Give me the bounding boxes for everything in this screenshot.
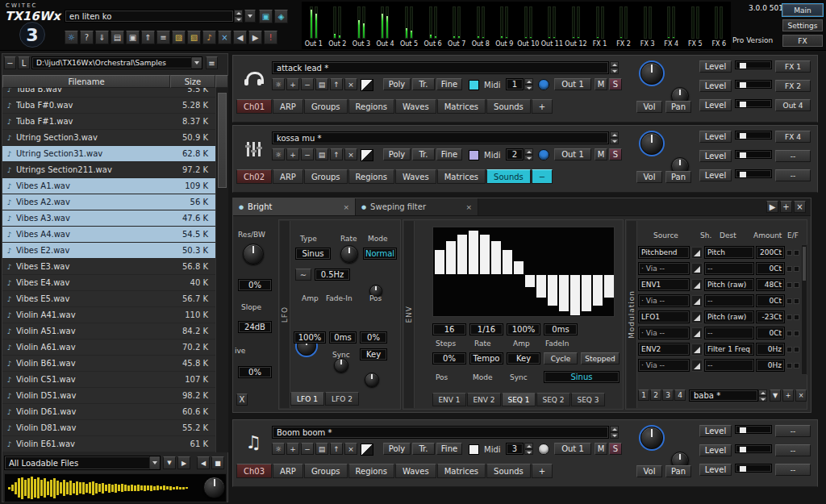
file-row[interactable]: ♪Tuba F#1.wav8.37 K — [2, 114, 215, 130]
send-level-slider[interactable] — [735, 60, 772, 69]
tab-env-1[interactable]: ENV 1 — [432, 393, 466, 406]
mod-add-button[interactable]: + — [782, 389, 794, 402]
seq-fadein-field[interactable]: 0ms — [544, 323, 578, 335]
poly-button[interactable]: Poly — [383, 443, 411, 455]
lfo-amp-field[interactable]: 100% — [294, 331, 326, 344]
add-tab-button[interactable]: + — [532, 464, 553, 478]
file-row[interactable]: ♪Violin C51.wav107 K — [2, 372, 215, 388]
program-name-field[interactable]: attack lead * — [272, 61, 609, 74]
mod-source-select[interactable]: · Via -- — [638, 327, 690, 339]
file-row[interactable]: ♪Violin A61.wav70.2 K — [2, 339, 215, 356]
send-level-button[interactable]: Level — [699, 150, 732, 162]
lfo-pos-field[interactable]: 0% — [360, 331, 387, 344]
display-mode-swatch[interactable] — [361, 149, 373, 161]
mod-dest-select[interactable]: Filter 1 Freq — [704, 343, 754, 356]
volume-knob[interactable] — [640, 132, 663, 155]
mod-shape-button[interactable] — [691, 344, 703, 356]
send-dest-button[interactable]: Out 4 — [775, 99, 811, 111]
mod-f-checkbox[interactable] — [794, 347, 799, 352]
lfo-fadein-field[interactable]: 0ms — [329, 331, 357, 344]
send-level-slider[interactable] — [735, 464, 772, 473]
compare-preset-button[interactable]: ◈ — [274, 10, 288, 23]
tab-arp[interactable]: ARP — [273, 464, 303, 478]
editor-tab-sweping-filter[interactable]: ●Sweping filter× — [356, 198, 478, 215]
tab-close-icon[interactable]: × — [465, 203, 472, 211]
help-icon[interactable]: ? — [80, 31, 94, 44]
mod-dest-select[interactable]: -- — [704, 327, 754, 339]
channel-id-tab[interactable]: Ch02 — [236, 169, 272, 184]
settings-gear-icon[interactable]: ☼ — [65, 31, 78, 44]
mod-e-checkbox[interactable] — [786, 331, 792, 336]
wave-note-icon[interactable]: ♪ — [202, 31, 216, 44]
close-program-icon[interactable]: × — [218, 31, 232, 44]
program-name-field[interactable]: Boom boom * — [272, 426, 609, 439]
mod-amount-field[interactable]: 0Ct — [756, 262, 785, 275]
mod-dest-select[interactable]: Pitch — [704, 246, 754, 259]
store-preset-button[interactable]: ▣ — [259, 10, 273, 23]
midi-channel-field[interactable]: 3 — [506, 443, 524, 455]
tab-seq-3[interactable]: SEQ 3 — [571, 393, 605, 406]
mod-page-2[interactable]: 2 — [650, 389, 661, 401]
add-icon[interactable]: + — [286, 443, 299, 455]
solo-button[interactable]: S — [609, 78, 622, 90]
remove-icon[interactable]: − — [301, 443, 314, 455]
send-level-button[interactable]: Level — [699, 444, 732, 456]
mod-shape-button[interactable] — [691, 360, 703, 372]
seq-rate-field[interactable]: 1/16 — [469, 323, 503, 335]
send-level-slider[interactable] — [735, 169, 772, 178]
tab-matrices[interactable]: Matrices — [437, 464, 486, 478]
send-level-button[interactable]: Level — [699, 60, 732, 73]
file-row[interactable]: ♪Violin D81.wav55.2 K — [2, 420, 215, 436]
program-spinner[interactable] — [610, 426, 619, 439]
lfo-type-select[interactable]: Sinus — [295, 248, 331, 260]
mod-page-1[interactable]: 1 — [638, 389, 649, 401]
poly-button[interactable]: Poly — [383, 78, 411, 90]
mod-e-checkbox[interactable] — [786, 298, 792, 304]
tab-regions[interactable]: Regions — [348, 464, 394, 478]
tab-sounds[interactable]: Sounds — [486, 169, 531, 184]
path-dropdown[interactable]: D:\ljud\TX16Wx\Orchestral\Samples — [31, 56, 202, 69]
collapse-button[interactable]: − — [4, 56, 16, 69]
tab-seq-2[interactable]: SEQ 2 — [536, 393, 570, 406]
browser-menu-button[interactable]: ≡ — [206, 56, 218, 69]
mod-amount-field[interactable]: 0Hz — [756, 359, 785, 372]
layers-icon[interactable]: ▤ — [315, 443, 328, 455]
preset-spinner[interactable] — [234, 10, 243, 23]
channel-id-tab[interactable]: Ch01 — [236, 99, 272, 114]
tab-lfo-2[interactable]: LFO 2 — [325, 392, 359, 406]
mod-shape-button[interactable] — [691, 295, 703, 307]
file-row[interactable]: ♪Violin D51.wav98.2 K — [2, 388, 215, 404]
tab-groups[interactable]: Groups — [304, 99, 348, 114]
mod-f-checkbox[interactable] — [794, 298, 799, 304]
file-row[interactable]: ♪Vibes E2.wav50.3 K — [2, 243, 215, 259]
save-performance-icon[interactable]: ▤ — [111, 31, 124, 44]
send-level-slider[interactable] — [735, 150, 772, 159]
add-tab-button[interactable]: + — [532, 99, 553, 114]
midi-color-swatch[interactable] — [469, 80, 479, 90]
mod-preset-field[interactable]: baba * — [689, 389, 758, 402]
scrollbar-thumb[interactable] — [218, 93, 227, 188]
close-icon[interactable]: × — [344, 78, 357, 90]
undo-icon[interactable]: ◀ — [233, 31, 247, 44]
channel-id-tab[interactable]: Ch03 — [236, 464, 272, 478]
mute-button[interactable]: M — [594, 443, 607, 455]
tab-regions[interactable]: Regions — [348, 169, 394, 184]
tab-close-icon[interactable]: × — [343, 203, 349, 211]
file-row[interactable]: ♪Violin A41.wav110 K — [2, 307, 215, 323]
midi-channel-spinner[interactable] — [524, 443, 533, 455]
solo-button[interactable]: S — [609, 443, 622, 455]
file-row[interactable]: ♪Tuba F#0.wav5.28 K — [2, 98, 215, 114]
mod-shape-button[interactable] — [691, 247, 703, 259]
mod-scrollbar[interactable] — [801, 244, 807, 375]
lfo-rate-knob[interactable] — [340, 245, 358, 263]
mod-f-checkbox[interactable] — [794, 266, 799, 272]
prev-button[interactable]: ◀ — [197, 456, 210, 469]
filter-resbw-field[interactable]: 0% — [238, 279, 272, 291]
mod-source-select[interactable]: ENV2 — [638, 343, 690, 356]
tab-waves[interactable]: Waves — [395, 99, 436, 114]
tab-groups[interactable]: Groups — [304, 464, 348, 478]
folder-wave-icon[interactable]: ▨ — [172, 31, 186, 44]
export-icon[interactable]: ↑ — [330, 443, 343, 455]
mod-amount-field[interactable]: 200Ct — [756, 246, 785, 259]
seq-mode-select[interactable]: Tempo — [469, 352, 503, 364]
